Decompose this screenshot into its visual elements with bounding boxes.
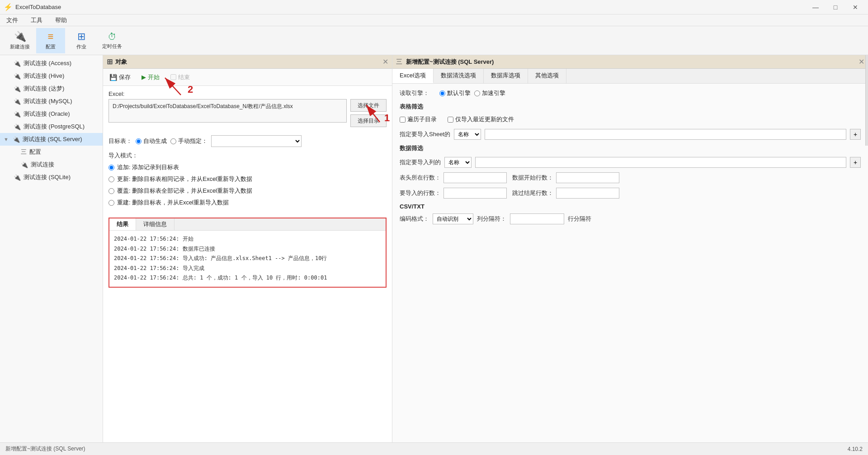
default-engine-label[interactable]: 默认引擎	[439, 89, 471, 97]
import-mode-update-radio[interactable]	[108, 176, 114, 182]
config-tab-clean[interactable]: 数据清洗选项	[434, 69, 484, 83]
import-mode-rebuild-text: 重建: 删除目标表，并从Excel重新导入数据	[117, 199, 229, 207]
config-tab-other[interactable]: 其他选项	[528, 69, 566, 83]
config-panel-icon: 三	[396, 58, 402, 66]
header-row-input[interactable]	[443, 172, 507, 183]
default-engine-radio[interactable]	[439, 90, 445, 96]
config-content: 读取引擎： 默认引擎 加速引擎 表格筛选 遍历子目录	[392, 84, 868, 442]
import-rows-input[interactable]	[443, 188, 507, 199]
select-file-button[interactable]: 选择文件	[350, 99, 387, 112]
minimize-button[interactable]: —	[807, 2, 825, 13]
only-latest-checkbox[interactable]	[448, 117, 453, 123]
toolbar-new-conn[interactable]: 🔌 新建连接	[5, 28, 34, 53]
result-tab-detail[interactable]: 详细信息	[136, 218, 175, 230]
sidebar-label-hive: 测试连接 (Hive)	[24, 72, 64, 80]
schedule-icon: ⏱	[108, 32, 117, 42]
excel-area: Excel: D:/Projects/build/ExcelToDatabase…	[103, 86, 392, 132]
menu-help[interactable]: 帮助	[52, 15, 70, 25]
col-filter-type[interactable]: 名称	[444, 157, 472, 168]
data-start-row-item: 数据开始行数：	[512, 172, 619, 183]
target-table-select[interactable]	[211, 135, 302, 147]
only-latest-label[interactable]: 仅导入最近更新的文件	[448, 115, 514, 123]
import-mode-append-radio[interactable]	[108, 165, 114, 171]
sidebar-item-sqlite[interactable]: 🔌 测试连接 (SQLite)	[0, 171, 103, 184]
sidebar-item-dameng[interactable]: 🔌 测试连接 (达梦)	[0, 82, 103, 95]
close-button[interactable]: ✕	[846, 2, 864, 13]
toolbar-schedule[interactable]: ⏱ 定时任务	[98, 28, 127, 53]
sidebar-item-hive[interactable]: 🔌 测试连接 (Hive)	[0, 70, 103, 82]
sheet-filter-add-btn[interactable]: +	[850, 129, 861, 140]
col-sep-input[interactable]	[510, 213, 564, 224]
import-mode-overwrite-radio[interactable]	[108, 188, 114, 194]
import-mode-rebuild-radio[interactable]	[108, 200, 114, 206]
col-filter-add-btn[interactable]: +	[850, 157, 861, 168]
import-mode-rebuild-label[interactable]: 重建: 删除目标表，并从Excel重新导入数据	[108, 199, 387, 207]
sidebar-label-dameng: 测试连接 (达梦)	[24, 85, 64, 93]
object-panel-close[interactable]: ✕	[382, 57, 388, 66]
auto-generate-radio[interactable]	[136, 138, 142, 144]
row-config-area2: 要导入的行数： 跳过结尾行数：	[400, 188, 861, 199]
skip-tail-label: 跳过结尾行数：	[512, 189, 553, 197]
maximize-button[interactable]: □	[826, 2, 844, 13]
config-tab-db[interactable]: 数据库选项	[484, 69, 528, 83]
toolbar: 🔌 新建连接 ≡ 配置 ⊞ 作业 ⏱ 定时任务	[0, 26, 868, 55]
import-mode-overwrite-label[interactable]: 覆盖: 删除目标表全部记录，并从Excel重新导入数据	[108, 187, 387, 195]
config-tabs: Excel选项 数据清洗选项 数据库选项 其他选项	[392, 69, 868, 84]
sidebar-item-testconn[interactable]: 🔌 测试连接	[0, 158, 103, 171]
import-mode-update-label[interactable]: 更新: 删除目标表相同记录，并从Excel重新导入数据	[108, 175, 387, 183]
sidebar: 🔌 测试连接 (Access) 🔌 测试连接 (Hive) 🔌 测试连接 (达梦…	[0, 55, 103, 442]
menu-file[interactable]: 文件	[4, 15, 21, 25]
object-panel-title: 对象	[115, 58, 127, 66]
encoding-select[interactable]: 自动识别	[433, 213, 473, 224]
excel-label: Excel:	[108, 90, 387, 97]
stop-checkbox-label[interactable]: 结束	[168, 72, 193, 83]
stop-checkbox[interactable]	[170, 74, 176, 80]
log-line-5: 2024-01-22 17:56:24: 总共: 1 个，成功: 1 个，导入 …	[114, 273, 381, 283]
manual-specify-radio-label[interactable]: 手动指定：	[170, 137, 208, 145]
manual-specify-radio[interactable]	[170, 138, 176, 144]
toolbar-job[interactable]: ⊞ 作业	[67, 28, 96, 53]
config-tab-excel[interactable]: Excel选项	[392, 69, 434, 83]
save-icon: 💾	[109, 74, 117, 81]
select-dir-button[interactable]: 选择目录	[350, 114, 387, 127]
config-list-icon: 三	[21, 148, 27, 156]
sheet-filter-type[interactable]: 名称	[454, 129, 481, 140]
start-button[interactable]: ▶ 开始	[139, 72, 162, 83]
conn-icon-hive: 🔌	[14, 73, 21, 80]
col-filter-input[interactable]	[475, 157, 846, 168]
sidebar-item-access[interactable]: 🔌 测试连接 (Access)	[0, 57, 103, 70]
conn-icon-access: 🔌	[14, 60, 21, 67]
import-mode-section: 导入模式： 追加: 添加记录到目标表 更新: 删除目标表相同记录，并从Excel…	[108, 152, 387, 207]
skip-tail-input[interactable]	[556, 188, 619, 199]
fast-engine-radio[interactable]	[474, 90, 480, 96]
log-line-2: 2024-01-22 17:56:24: 数据库已连接	[114, 244, 381, 254]
excel-buttons: 选择文件 选择目录	[350, 99, 387, 127]
app-title: ExcelToDatabase	[15, 4, 61, 10]
sidebar-item-oracle[interactable]: 🔌 测试连接 (Oracle)	[0, 108, 103, 120]
traverse-subdir-checkbox[interactable]	[400, 117, 406, 123]
sidebar-item-config[interactable]: 三 配置	[0, 146, 103, 158]
fast-engine-label[interactable]: 加速引擎	[474, 89, 505, 97]
sheet-filter-input[interactable]	[485, 129, 846, 140]
result-tab-result[interactable]: 结果	[109, 218, 136, 230]
menu-tools[interactable]: 工具	[28, 15, 45, 25]
traverse-subdir-label[interactable]: 遍历子目录	[400, 115, 437, 123]
config-label: 配置	[46, 43, 56, 50]
log-line-4: 2024-01-22 17:56:24: 导入完成	[114, 264, 381, 274]
manual-specify-label: 手动指定：	[178, 137, 208, 145]
start-label: 开始	[148, 73, 160, 81]
import-mode-append-label[interactable]: 追加: 添加记录到目标表	[108, 163, 387, 171]
conn-icon-mysql: 🔌	[14, 98, 21, 105]
auto-generate-radio-label[interactable]: 自动生成	[136, 137, 167, 145]
save-button[interactable]: 💾 保存	[107, 72, 133, 83]
sidebar-label-config: 配置	[29, 148, 41, 156]
sidebar-item-pg[interactable]: 🔌 测试连接 (PostgreSQL)	[0, 120, 103, 133]
menu-bar: 文件 工具 帮助	[0, 14, 868, 26]
start-icon: ▶	[142, 74, 146, 81]
data-start-row-input[interactable]	[556, 172, 619, 183]
sidebar-item-sqlserver[interactable]: ▼ 🔌 测试连接 (SQL Server)	[0, 133, 103, 146]
row-sep-label: 行分隔符	[568, 215, 591, 223]
sidebar-item-mysql[interactable]: 🔌 测试连接 (MySQL)	[0, 95, 103, 108]
toolbar-config[interactable]: ≡ 配置	[36, 28, 65, 53]
config-panel-close[interactable]: ✕	[859, 57, 864, 66]
